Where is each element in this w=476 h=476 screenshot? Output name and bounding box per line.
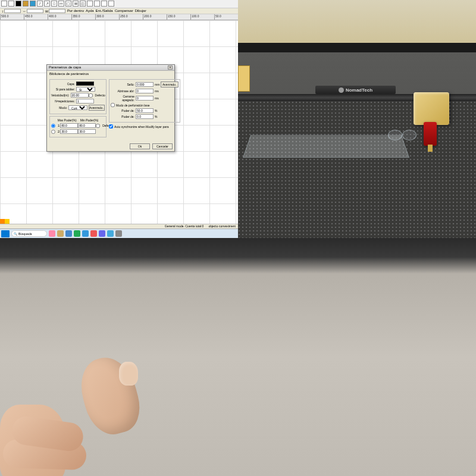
tool-btn[interactable] [15, 1, 21, 7]
dialog-titlebar[interactable]: Parametros de capa × [47, 65, 174, 71]
opt-ayda[interactable]: Ayda [86, 9, 94, 13]
param-group-left: Capa: Si para tablier:Sí Velocidad(m):De… [49, 79, 107, 114]
tool-btn[interactable]: ◫ [80, 1, 86, 7]
ruler-tick: 200.0 [143, 14, 167, 20]
tool-btn[interactable]: □ [51, 1, 57, 7]
inp-min2[interactable] [78, 129, 96, 134]
taskbar-icon[interactable] [57, 230, 64, 237]
start-button[interactable] [1, 230, 10, 237]
inp-vel[interactable] [71, 93, 89, 98]
laser-machine-photo: NomadTech [238, 0, 476, 238]
taskbar: 🔍Búsqueda [0, 228, 238, 238]
lbl-sello: Sello: [111, 83, 134, 86]
ruler-tick: 300.0 [95, 14, 119, 20]
toolbar-icons: / ↗ □ ▭ ▢ ⊞ ◫ [0, 0, 238, 8]
brand-text: NomadTech [346, 87, 372, 93]
radio-2[interactable] [51, 130, 55, 134]
taskbar-icon[interactable] [99, 230, 105, 237]
tool-btn[interactable]: ▭ [58, 1, 64, 7]
taskbar-icon[interactable] [107, 230, 114, 237]
tool-btn[interactable] [101, 1, 107, 7]
inp-min1[interactable] [78, 123, 96, 128]
status-right: General mode. Cuenta total:0 [165, 224, 204, 228]
opt-compensar[interactable]: Compensar [115, 9, 133, 13]
opt-pordentro[interactable]: Por dentro [67, 9, 84, 13]
ruler: 500.0 450.0 400.0 350.0 300.0 250.0 200.… [0, 14, 238, 20]
inp-rep[interactable] [76, 99, 94, 104]
inp-abr[interactable] [136, 89, 154, 93]
lbl-maxp: Max Poder(%) [58, 118, 77, 122]
close-icon[interactable]: × [168, 65, 173, 70]
inp-pd1[interactable] [136, 108, 154, 113]
tool-btn[interactable] [108, 1, 114, 7]
lbl-autosync: Auto synchronize when Modify layer para [114, 125, 168, 129]
ok-button[interactable]: Ok [130, 143, 150, 149]
inp-max1[interactable] [60, 123, 78, 128]
tool-btn[interactable] [1, 1, 7, 7]
cut-circle [388, 130, 402, 140]
sel-sipara[interactable]: Sí [76, 87, 95, 92]
search-box[interactable]: 🔍Búsqueda [11, 230, 47, 237]
taskbar-icon[interactable] [74, 230, 80, 237]
laser-head [411, 92, 452, 152]
thumbnail [119, 362, 138, 386]
laser-nozzle [428, 145, 433, 152]
toolbar-options: ↕ ↔ ⊞ Por dentro Ayda Ent./Salida Compen… [0, 8, 238, 14]
taskbar-icon[interactable] [115, 230, 122, 237]
inp-cer[interactable] [136, 96, 154, 101]
taskbar-icon[interactable] [82, 230, 89, 237]
chk-def1[interactable] [89, 93, 93, 98]
tool-btn[interactable] [87, 1, 93, 7]
btn-avanzado-left[interactable]: Avanzado.. [89, 105, 105, 111]
taskbar-icon[interactable] [65, 230, 72, 237]
ruler-tick: 150.0 [167, 14, 190, 20]
num-input[interactable] [27, 9, 43, 13]
ruler-tick: 50.0 [214, 14, 238, 20]
radio-1[interactable] [51, 124, 55, 128]
chk-perf[interactable] [111, 103, 115, 107]
ruler-tick: 100.0 [190, 14, 214, 20]
tool-btn[interactable]: / [37, 1, 43, 7]
lbl-defecto: Defecto [95, 93, 105, 97]
lbl-cer: Cerrarse apagado: [111, 95, 134, 102]
chk-def2[interactable] [96, 124, 100, 128]
taskbar-icon[interactable] [90, 230, 97, 237]
num-input[interactable] [4, 9, 21, 13]
lbl-abr: Abrirase abr: [111, 89, 134, 93]
tool-btn[interactable] [23, 1, 29, 7]
color-strip[interactable] [0, 219, 10, 224]
layer-color-swatch[interactable] [76, 82, 94, 86]
status-far: objecto conveximent [208, 224, 236, 228]
head-bracket [414, 92, 449, 125]
tool-btn[interactable]: ↗ [44, 1, 50, 7]
tool-btn[interactable] [8, 1, 14, 7]
sel-modo[interactable]: Corte [68, 105, 87, 110]
lbl-perf: Modo de perforación lase [116, 104, 149, 107]
cancel-button[interactable]: Cancelar [152, 143, 173, 149]
tool-group: ↕ [2, 9, 21, 13]
opt-dibujar[interactable]: Dibujar [135, 9, 146, 13]
search-placeholder: Búsqueda [18, 232, 32, 236]
acrylic-sheet [243, 135, 409, 158]
param-group-right: Sello:mmAvanzado.. Abrirase abr:ms Cerra… [109, 79, 180, 123]
tool-btn[interactable]: ▢ [65, 1, 71, 7]
tool-btn[interactable]: ⊞ [73, 1, 79, 7]
chk-autosync[interactable] [109, 124, 113, 129]
ruler-tick: 350.0 [71, 14, 95, 20]
btn-avanzado-right[interactable]: Avanzado.. [161, 82, 178, 87]
status-bar: General mode. Cuenta total:0 objecto con… [0, 224, 238, 228]
inp-pd2[interactable] [136, 114, 154, 119]
num-input[interactable] [49, 9, 65, 13]
tool-btn[interactable] [94, 1, 100, 7]
opt-entsalida[interactable]: Ent./Salida [96, 9, 113, 13]
inp-sello[interactable] [136, 82, 154, 87]
brand-plate: NomadTech [315, 86, 396, 94]
lbl-capa: Capa: [51, 82, 75, 86]
taskbar-icon[interactable] [49, 230, 55, 237]
layer-params-dialog: Parametros de capa × Biblioteca de parám… [46, 64, 175, 152]
ruler-tick: 250.0 [119, 14, 143, 20]
inp-max2[interactable] [60, 129, 78, 134]
lbl-rep: Nºrepeticiones: [51, 99, 75, 103]
tool-btn[interactable] [30, 1, 36, 7]
machine-panel [238, 65, 250, 92]
